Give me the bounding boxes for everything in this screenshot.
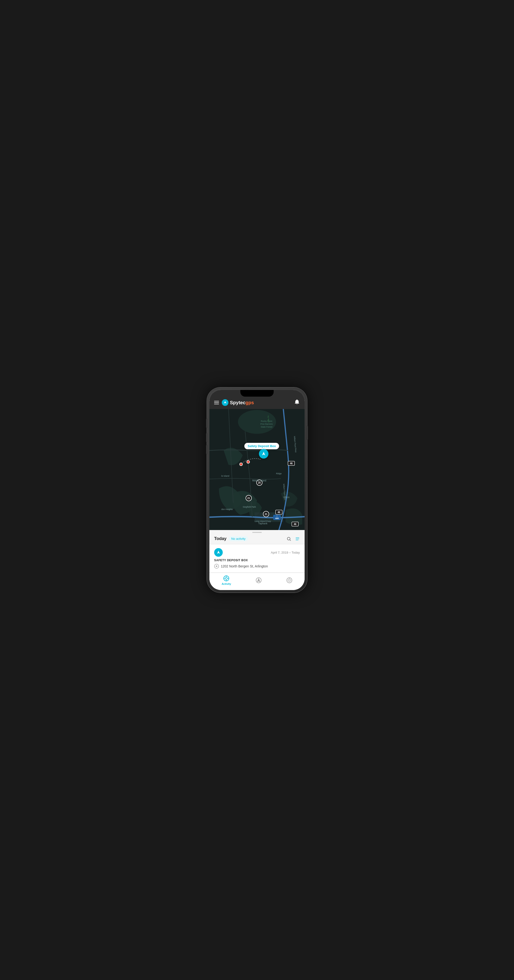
svg-text:Pine Barrens: Pine Barrens bbox=[260, 423, 273, 425]
activity-header-left: Today No activity bbox=[214, 536, 248, 541]
svg-text:21: 21 bbox=[247, 497, 250, 500]
svg-text:Middle Island: Middle Island bbox=[252, 479, 266, 482]
gps-marker[interactable] bbox=[259, 449, 268, 458]
location-pin-dot bbox=[216, 565, 217, 567]
activity-header: Today No activity bbox=[209, 533, 305, 544]
svg-text:State Forest: State Forest bbox=[260, 426, 273, 428]
svg-text:Long Island Expy: Long Island Expy bbox=[255, 520, 271, 522]
today-label: Today bbox=[214, 536, 227, 541]
svg-text:21: 21 bbox=[265, 513, 268, 515]
device-date-range: April 7, 2019 – Today bbox=[271, 551, 300, 554]
pull-handle bbox=[209, 530, 305, 533]
nav-activity-label: Activity bbox=[222, 582, 231, 585]
svg-text:495: 495 bbox=[275, 517, 279, 520]
activity-header-right bbox=[287, 536, 300, 541]
phone-inner: Spytecgps bbox=[209, 390, 305, 590]
svg-text:Ridge: Ridge bbox=[276, 473, 282, 475]
svg-text:don Heights: don Heights bbox=[221, 508, 233, 511]
svg-point-5 bbox=[247, 460, 250, 463]
phone-frame: Spytecgps bbox=[207, 388, 307, 592]
device-address-text: 1202 North Bergen St, Arlington bbox=[221, 564, 268, 568]
bottom-panel: Today No activity bbox=[209, 533, 305, 590]
no-activity-badge: No activity bbox=[229, 536, 248, 541]
svg-text:46: 46 bbox=[293, 523, 297, 525]
svg-text:Rocky Point: Rocky Point bbox=[261, 420, 273, 422]
svg-text:46: 46 bbox=[278, 511, 280, 514]
spytec-logo-icon bbox=[222, 399, 228, 406]
svg-text:Yaphank: Yaphank bbox=[258, 522, 268, 525]
logo-area: Spytecgps bbox=[222, 399, 254, 406]
svg-text:I: I bbox=[277, 515, 277, 517]
nav-radar[interactable] bbox=[286, 577, 292, 583]
svg-text:le Island: le Island bbox=[221, 475, 229, 477]
map-area[interactable]: 25 21 21 46 46 46 I 495 bbox=[209, 409, 305, 530]
svg-point-39 bbox=[225, 578, 227, 579]
svg-text:Siegfield Park: Siegfield Park bbox=[243, 506, 256, 508]
search-button[interactable] bbox=[287, 536, 291, 541]
device-card-header: April 7, 2019 – Today bbox=[214, 548, 300, 557]
app-name: Spytecgps bbox=[230, 400, 254, 406]
svg-text:46: 46 bbox=[290, 462, 293, 465]
nav-location[interactable] bbox=[255, 577, 262, 583]
svg-point-4 bbox=[240, 463, 243, 466]
menu-button[interactable] bbox=[214, 401, 219, 404]
header-left: Spytecgps bbox=[214, 399, 254, 406]
notifications-button[interactable] bbox=[294, 399, 300, 406]
device-icon bbox=[214, 548, 223, 557]
device-name: SAFETY DEPOSIT BOX bbox=[214, 558, 300, 562]
device-card[interactable]: April 7, 2019 – Today SAFETY DEPOSIT BOX… bbox=[209, 544, 305, 573]
screen: Spytecgps bbox=[209, 390, 305, 590]
bottom-nav: Activity bbox=[209, 573, 305, 590]
map-device-label: Safety Deposit Box bbox=[244, 443, 279, 449]
nav-activity[interactable]: Activity bbox=[222, 575, 231, 585]
svg-point-47 bbox=[289, 580, 290, 581]
device-address-row: 1202 North Bergen St, Arlington bbox=[214, 564, 300, 569]
notch bbox=[240, 390, 274, 397]
filter-button[interactable] bbox=[295, 536, 300, 541]
location-pin-icon bbox=[214, 564, 219, 569]
